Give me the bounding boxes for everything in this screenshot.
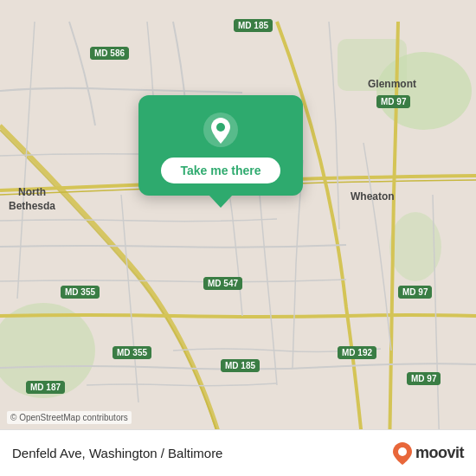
road-badge-md97-mid: MD 97 [398, 286, 432, 299]
popup-card: Take me there [138, 95, 303, 196]
bottom-bar: Denfeld Ave, Washington / Baltimore moov… [0, 429, 476, 476]
road-badge-md187: MD 187 [26, 381, 65, 394]
svg-point-7 [398, 447, 407, 456]
map-container: MD 586 MD 185 MD 97 MD 355 MD 355 MD 547… [0, 0, 476, 476]
road-badge-md355: MD 355 [61, 286, 100, 299]
take-me-there-button[interactable]: Take me there [161, 158, 280, 183]
road-badge-md355b: MD 355 [113, 346, 151, 359]
location-pin-icon [202, 111, 240, 149]
moovit-brand-text: moovit [415, 444, 464, 462]
place-label-north-bethesda: NorthBethesda [9, 186, 55, 213]
road-badge-md185-top: MD 185 [234, 19, 273, 32]
place-label-glenmont: Glenmont [368, 78, 416, 90]
road-badge-md586: MD 586 [90, 47, 129, 60]
moovit-logo: moovit [393, 442, 464, 465]
road-badge-md185-bot: MD 185 [221, 359, 260, 372]
map-attribution: © OpenStreetMap contributors [7, 411, 132, 424]
location-text: Denfeld Ave, Washington / Baltimore [12, 446, 222, 460]
road-badge-md192: MD 192 [338, 346, 376, 359]
svg-point-6 [216, 123, 225, 132]
road-badge-md97-top: MD 97 [376, 95, 410, 108]
place-label-wheaton: Wheaton [351, 190, 395, 203]
road-badge-md97-bot: MD 97 [407, 372, 441, 385]
moovit-pin-icon [393, 442, 412, 465]
road-badge-md547: MD 547 [203, 277, 242, 290]
